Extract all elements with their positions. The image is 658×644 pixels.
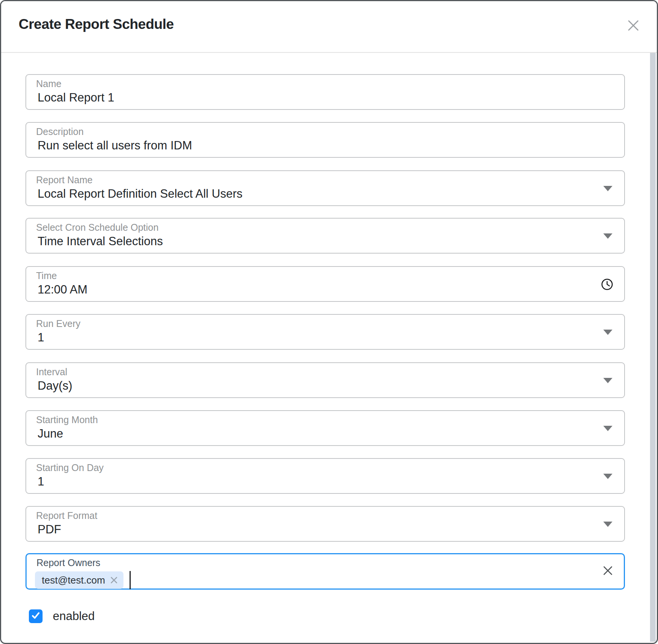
chevron-down-icon[interactable] [603, 186, 612, 191]
report-format-select[interactable]: Report Format PDF [25, 506, 625, 542]
cron-schedule-option-select[interactable]: Select Cron Schedule Option Time Interva… [25, 218, 625, 254]
email-chip[interactable]: test@test.com [35, 571, 123, 589]
cron-schedule-option-value: Time Interval Selections [38, 235, 163, 248]
starting-month-select[interactable]: Starting Month June [25, 410, 625, 446]
chevron-down-icon[interactable] [603, 330, 612, 335]
dialog-header: Create Report Schedule [1, 1, 657, 53]
interval-label: Interval [36, 366, 67, 378]
cron-schedule-option-label: Select Cron Schedule Option [36, 222, 158, 233]
chevron-down-icon[interactable] [603, 474, 612, 479]
close-button[interactable] [626, 19, 641, 34]
starting-month-value: June [38, 427, 63, 441]
description-label: Description [36, 126, 84, 137]
name-value: Local Report 1 [38, 91, 114, 105]
starting-on-day-label: Starting On Day [36, 462, 104, 473]
chevron-down-icon[interactable] [603, 522, 612, 527]
name-field[interactable]: Name Local Report 1 [25, 74, 625, 110]
email-chip-text: test@test.com [42, 574, 105, 586]
report-owners-field[interactable]: Report Owners test@test.com [25, 553, 625, 590]
run-every-label: Run Every [36, 318, 81, 329]
interval-select[interactable]: Interval Day(s) [25, 362, 625, 398]
remove-chip-icon[interactable] [110, 576, 118, 584]
scrollbar[interactable] [650, 53, 656, 642]
interval-value: Day(s) [38, 379, 72, 393]
report-owners-chip-row: test@test.com [35, 571, 131, 589]
report-format-value: PDF [38, 523, 61, 536]
chevron-down-icon[interactable] [603, 233, 612, 239]
time-label: Time [36, 270, 57, 281]
name-label: Name [36, 78, 62, 89]
enabled-checkbox[interactable] [29, 609, 43, 623]
starting-month-label: Starting Month [36, 414, 98, 425]
report-owners-label: Report Owners [36, 557, 100, 568]
chevron-down-icon[interactable] [603, 378, 612, 383]
close-icon [627, 19, 640, 33]
starting-on-day-select[interactable]: Starting On Day 1 [25, 458, 625, 494]
description-field[interactable]: Description Run select all users from ID… [25, 122, 625, 158]
text-caret [130, 571, 131, 589]
time-value: 12:00 AM [38, 283, 87, 297]
enabled-checkbox-row[interactable]: enabled [29, 609, 95, 623]
enabled-checkbox-label: enabled [53, 609, 95, 623]
report-name-select[interactable]: Report Name Local Report Definition Sele… [25, 170, 625, 206]
chevron-down-icon[interactable] [603, 426, 612, 431]
clear-field-icon[interactable] [602, 565, 614, 578]
report-format-label: Report Format [36, 510, 97, 521]
report-name-label: Report Name [36, 174, 93, 186]
checkmark-icon [31, 611, 41, 622]
dialog-title: Create Report Schedule [19, 16, 174, 32]
report-name-value: Local Report Definition Select All Users [38, 187, 242, 201]
time-field[interactable]: Time 12:00 AM [25, 266, 625, 302]
clock-icon[interactable] [601, 278, 614, 292]
create-report-schedule-dialog: Create Report Schedule Name Local Report… [0, 0, 658, 644]
run-every-select[interactable]: Run Every 1 [25, 314, 625, 350]
run-every-value: 1 [38, 331, 44, 344]
description-value: Run select all users from IDM [38, 139, 192, 152]
starting-on-day-value: 1 [38, 475, 44, 489]
